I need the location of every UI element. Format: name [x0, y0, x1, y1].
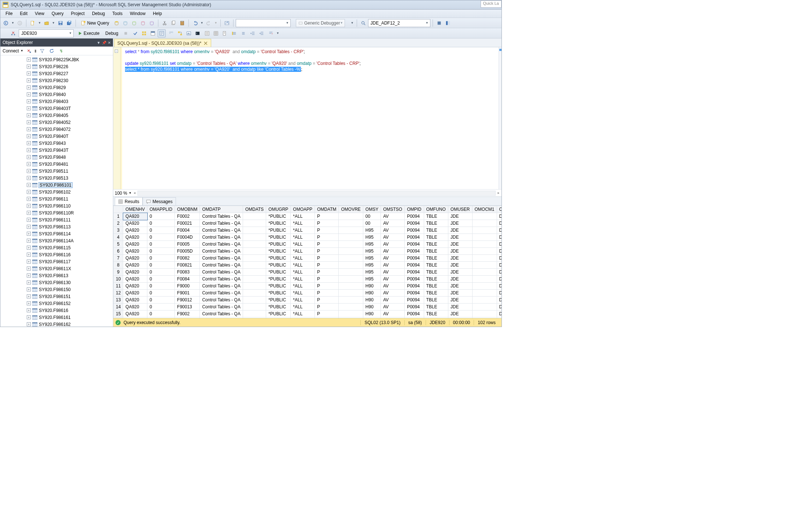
cell[interactable] — [339, 290, 363, 297]
cell[interactable]: 9 — [114, 269, 123, 276]
cell[interactable] — [472, 241, 497, 248]
cell[interactable]: QA920 — [123, 262, 147, 269]
cell[interactable]: 0 — [147, 290, 175, 297]
cell[interactable]: JDE — [448, 311, 472, 317]
cell[interactable]: *ALL — [291, 220, 315, 227]
cell[interactable]: 5 — [114, 241, 123, 248]
cell[interactable]: Control Tables - QA — [200, 248, 243, 255]
cell[interactable]: QA920 — [123, 311, 147, 317]
db-query-icon-5[interactable] — [148, 19, 156, 27]
cell[interactable]: P0094 — [405, 304, 424, 311]
dropdown-arrow-icon[interactable]: ▼ — [350, 21, 354, 25]
dropdown-arrow-icon[interactable]: ▼ — [11, 21, 15, 25]
cell[interactable] — [339, 213, 363, 220]
cell[interactable]: *PUBLIC — [266, 248, 291, 255]
dropdown-arrow-icon[interactable]: ▼ — [51, 21, 56, 25]
cell[interactable] — [243, 290, 266, 297]
cell[interactable]: JDE — [448, 248, 472, 255]
cell[interactable]: 00 — [363, 213, 381, 220]
cell[interactable]: AV — [381, 234, 405, 241]
expand-icon[interactable]: + — [27, 322, 31, 326]
cell[interactable]: P0094 — [405, 283, 424, 290]
cell[interactable]: F00821 — [175, 262, 200, 269]
cell[interactable]: 12 — [114, 290, 123, 297]
table-row[interactable]: 12QA9200F9001Control Tables - QA*PUBLIC*… — [114, 290, 502, 297]
cell[interactable]: 11 — [114, 283, 123, 290]
cell[interactable] — [339, 311, 363, 317]
tree-node[interactable]: +SY920.F986113 — [27, 223, 113, 230]
cell[interactable]: F90013 — [175, 304, 200, 311]
cell[interactable]: 0 — [147, 241, 175, 248]
cell[interactable] — [339, 304, 363, 311]
expand-icon[interactable]: + — [27, 294, 31, 298]
results-text-button[interactable] — [203, 29, 211, 37]
tree-node[interactable]: +SY920.F986162 — [27, 321, 113, 327]
cell[interactable]: F0005 — [175, 241, 200, 248]
expand-icon[interactable]: + — [27, 71, 31, 76]
cell[interactable] — [243, 276, 266, 283]
cell[interactable]: F00021 — [175, 220, 200, 227]
connect-button[interactable]: Connect — [3, 48, 19, 54]
cell[interactable]: DEV02 — [497, 213, 501, 220]
expand-icon[interactable]: + — [27, 197, 31, 201]
cell[interactable]: 00 — [363, 220, 381, 227]
cell[interactable]: Control Tables - QA — [200, 269, 243, 276]
db-query-icon-3[interactable] — [130, 19, 138, 27]
table-row[interactable]: 2QA9200F00021Control Tables - QA*PUBLIC*… — [114, 220, 502, 227]
cell[interactable] — [243, 227, 266, 234]
expand-icon[interactable]: + — [27, 301, 31, 305]
tree-node[interactable]: +SY920.F986102 — [27, 188, 113, 195]
cell[interactable]: P — [315, 241, 339, 248]
menu-project[interactable]: Project — [67, 10, 88, 17]
cell[interactable]: 3 — [114, 227, 123, 234]
cell[interactable]: F0084 — [175, 276, 200, 283]
menu-debug[interactable]: Debug — [88, 10, 109, 17]
cell[interactable]: DEV02 — [497, 269, 501, 276]
cell[interactable]: 0 — [147, 227, 175, 234]
table-row[interactable]: 6QA9200F0005DControl Tables - QA*PUBLIC*… — [114, 248, 502, 255]
cell[interactable]: 13 — [114, 297, 123, 304]
db-query-icon-1[interactable] — [113, 19, 121, 27]
cell[interactable]: QA920 — [123, 220, 147, 227]
expand-icon[interactable]: + — [27, 58, 31, 62]
cell[interactable]: *PUBLIC — [266, 241, 291, 248]
query-options-button[interactable] — [149, 29, 157, 37]
cell[interactable]: H95 — [363, 248, 381, 255]
cell[interactable] — [243, 255, 266, 262]
cell[interactable]: TBLE — [424, 220, 448, 227]
cell[interactable]: Control Tables - QA — [200, 213, 243, 220]
cell[interactable]: P0094 — [405, 241, 424, 248]
cell[interactable]: TBLE — [424, 276, 448, 283]
cell[interactable]: P0094 — [405, 311, 424, 317]
cell[interactable]: P0094 — [405, 213, 424, 220]
cell[interactable]: TBLE — [424, 283, 448, 290]
cell[interactable] — [243, 262, 266, 269]
cell[interactable] — [472, 304, 497, 311]
dropdown-arrow-icon[interactable]: ▼ — [129, 191, 132, 195]
cell[interactable]: QA920 — [123, 255, 147, 262]
tree-node[interactable]: +SY920.F986151 — [27, 293, 113, 300]
cell[interactable]: F0004D — [175, 234, 200, 241]
tree-node[interactable]: +SY920.F986110R — [27, 209, 113, 216]
expand-icon[interactable]: + — [27, 218, 31, 222]
tree-node[interactable]: +SY920.F986116 — [27, 251, 113, 258]
cell[interactable]: AV — [381, 283, 405, 290]
cell[interactable]: *ALL — [291, 304, 315, 311]
column-header[interactable]: OMOAPP — [291, 206, 315, 213]
cell[interactable]: H95 — [363, 255, 381, 262]
cell[interactable]: JDE — [448, 220, 472, 227]
cell[interactable]: AV — [381, 276, 405, 283]
cell[interactable] — [243, 297, 266, 304]
cell[interactable]: F9000 — [175, 283, 200, 290]
cell[interactable]: AV — [381, 262, 405, 269]
cell[interactable] — [472, 248, 497, 255]
tree-node[interactable]: +SY920.F986114A — [27, 237, 113, 244]
zoom-level[interactable]: 100 % — [115, 191, 127, 196]
cell[interactable]: JDE — [448, 269, 472, 276]
column-header[interactable]: OMOVRE — [339, 206, 363, 213]
results-grid-button[interactable] — [212, 29, 220, 37]
cell[interactable]: *PUBLIC — [266, 290, 291, 297]
cell[interactable]: *PUBLIC — [266, 234, 291, 241]
cell[interactable]: P — [315, 220, 339, 227]
cell[interactable]: P — [315, 297, 339, 304]
